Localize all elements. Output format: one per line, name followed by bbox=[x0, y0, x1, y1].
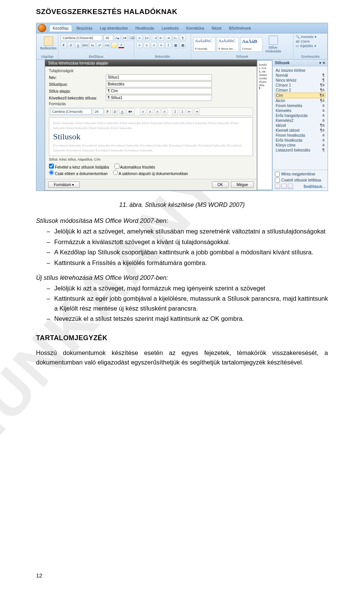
dlg-underline-icon[interactable]: A bbox=[119, 109, 125, 115]
style-list-item[interactable]: Címsor 1¶a bbox=[275, 83, 325, 88]
ribbon-tab-home[interactable]: Kezdőlap bbox=[49, 25, 72, 32]
multilevel-icon[interactable]: ⋮≡ bbox=[151, 35, 157, 41]
borders-icon[interactable]: ▦ bbox=[180, 42, 186, 48]
strike-icon[interactable]: abc bbox=[82, 42, 88, 48]
shading-icon[interactable]: ▦ bbox=[173, 42, 179, 48]
ribbon-tab-insert[interactable]: Beszúrás bbox=[74, 25, 96, 32]
dlg-align-left-icon[interactable]: ≡ bbox=[140, 109, 146, 115]
numbering-icon[interactable]: 1≡ bbox=[144, 35, 150, 41]
shrink-font-icon[interactable]: A▾ bbox=[122, 35, 128, 41]
dlg-cancel-button[interactable]: Mégse bbox=[231, 181, 254, 188]
dlg-bold-icon[interactable]: F bbox=[105, 109, 111, 115]
toc-heading: TARTALOMJEGYZÉK bbox=[36, 333, 328, 344]
manage-styles-icon[interactable] bbox=[288, 184, 293, 189]
dlg-size-select[interactable]: 26 bbox=[93, 109, 104, 115]
ribbon-tab-layout[interactable]: Lap elrendezése bbox=[97, 25, 131, 32]
ribbon-tab-view[interactable]: Nézet bbox=[209, 25, 224, 32]
dlg-format-button[interactable]: Formátum ▾ bbox=[48, 181, 80, 188]
ribbon-tabs: Kezdőlap Beszúrás Lap elrendezése Hivatk… bbox=[36, 23, 328, 33]
style-item-mark: ¶a bbox=[320, 128, 325, 133]
dlg-color-icon[interactable]: ■▾ bbox=[126, 109, 135, 115]
chk-auto-update[interactable]: Automatikus frissítés bbox=[115, 164, 155, 169]
new-style-icon[interactable] bbox=[275, 184, 280, 189]
bullets-icon[interactable]: ≡ bbox=[136, 35, 143, 41]
find-button[interactable]: 🔍 Keresés▾ bbox=[296, 35, 317, 39]
style-list-item[interactable]: Címsor 2¶a bbox=[275, 88, 325, 93]
radio-template[interactable]: A sablonon alapuló új dokumentumokban bbox=[113, 170, 188, 176]
style-list-item[interactable]: Erős hangsúlyozása bbox=[275, 113, 325, 118]
select-button[interactable]: ▭ Kijelölés▾ bbox=[296, 44, 316, 48]
style-list-item[interactable]: Alcím¶a bbox=[275, 98, 325, 103]
style-list-item[interactable]: Nincs térköz¶ bbox=[275, 78, 325, 83]
style-list-item[interactable]: Erős hivatkozása bbox=[275, 138, 325, 143]
style-list-item[interactable]: Kiemelésa bbox=[275, 108, 325, 113]
pilcrow-icon[interactable]: ¶ bbox=[180, 35, 186, 41]
grow-font-icon[interactable]: A▴ bbox=[115, 35, 121, 41]
highlight-icon[interactable] bbox=[111, 42, 117, 48]
dlg-type-select[interactable]: Bekezdés bbox=[106, 81, 212, 87]
style-item-name: Kiemelés2 bbox=[276, 118, 293, 123]
font-family-select[interactable]: Cambria (Címsorok) bbox=[61, 35, 102, 41]
underline-icon[interactable]: A bbox=[75, 42, 81, 48]
style-list-item[interactable]: Cím¶a bbox=[275, 93, 325, 98]
indent-icon[interactable]: ⇥ bbox=[165, 35, 171, 41]
clear-all-link[interactable]: Az összes törlése bbox=[275, 68, 325, 73]
radio-this-doc[interactable]: Csak ebben a dokumentumban bbox=[49, 170, 108, 176]
style-list-item[interactable]: Idézet¶a bbox=[275, 123, 325, 128]
subscript-icon[interactable]: x₂ bbox=[89, 42, 96, 48]
italic-icon[interactable]: D bbox=[68, 42, 74, 48]
paste-button[interactable]: Beillesztés bbox=[39, 36, 58, 51]
chk-show-preview[interactable]: Minta megjelenítése bbox=[275, 172, 325, 177]
dlg-next-select[interactable]: ¶ Stílus1 bbox=[106, 95, 212, 101]
ribbon-tab-references[interactable]: Hivatkozás bbox=[132, 25, 157, 32]
dlg-indent-dec-icon[interactable]: ⇤ bbox=[187, 109, 193, 115]
dlg-align-center-icon[interactable]: ≡ bbox=[147, 109, 153, 115]
style-list-item[interactable]: Normál¶ bbox=[275, 73, 325, 78]
sort-icon[interactable]: A↓ bbox=[173, 35, 179, 41]
office-orb-icon[interactable] bbox=[38, 24, 46, 32]
style-list-item[interactable]: Listaszerű bekezdés¶ bbox=[275, 148, 325, 153]
superscript-icon[interactable]: x² bbox=[97, 42, 103, 48]
align-right-icon[interactable]: ≡ bbox=[151, 42, 157, 48]
font-size-select[interactable]: 26 bbox=[104, 35, 113, 41]
dlg-spacing-dec-icon[interactable]: ‡ bbox=[179, 109, 185, 115]
ribbon-tab-review[interactable]: Korrektúra bbox=[183, 25, 207, 32]
ribbon-tab-addins[interactable]: Bővítmények bbox=[226, 25, 254, 32]
style-list-item[interactable]: Kiemelés2a bbox=[275, 118, 325, 123]
style-list-item[interactable]: Finom hivatkozása bbox=[275, 133, 325, 138]
chk-disable-linked[interactable]: Csatolt stílusok letiltása bbox=[275, 178, 325, 183]
chk-add-list[interactable]: Felvétel a kész stílusok listájába bbox=[49, 164, 109, 169]
settings-link[interactable]: Beállítások... bbox=[304, 185, 325, 189]
dlg-indent-inc-icon[interactable]: ⇥ bbox=[194, 109, 200, 115]
dlg-spacing-inc-icon[interactable]: ‡ bbox=[172, 109, 178, 115]
style-tile-normal[interactable]: AaÁáBbC ¶ Normál bbox=[193, 37, 215, 52]
dlg-italic-icon[interactable]: D bbox=[112, 109, 118, 115]
style-item-name: Címsor 1 bbox=[276, 83, 291, 87]
dlg-base-select[interactable]: ¶ Cím bbox=[106, 88, 212, 94]
replace-button[interactable]: ab Csere bbox=[296, 39, 310, 43]
style-list-item[interactable]: Kiemelt idézet¶a bbox=[275, 128, 325, 133]
justify-icon[interactable]: ≡ bbox=[158, 42, 164, 48]
dlg-name-input[interactable]: Stílus1 bbox=[106, 74, 212, 80]
dlg-font-select[interactable]: Cambria (Címsorok) bbox=[50, 109, 92, 115]
close-icon[interactable]: ▾ ✕ bbox=[319, 61, 325, 65]
bold-icon[interactable]: F bbox=[61, 42, 67, 48]
style-tile-nospacing[interactable]: AaÁáBbC ¶ Nincs tér… bbox=[217, 37, 239, 52]
align-center-icon[interactable]: ≡ bbox=[144, 42, 150, 48]
outdent-icon[interactable]: ⇤ bbox=[158, 35, 164, 41]
new-style-dialog: Stílus létrehozása formázás alapján Tula… bbox=[45, 60, 257, 191]
ribbon-tab-mailings[interactable]: Levelezés bbox=[158, 25, 182, 32]
change-case-icon[interactable]: Aa bbox=[104, 42, 110, 48]
font-color-icon[interactable]: A bbox=[118, 42, 124, 48]
dlg-ok-button[interactable]: OK bbox=[212, 181, 229, 188]
list-item: Kattintsunk az egér jobb gombjával a kij… bbox=[47, 294, 328, 313]
style-list-item[interactable]: Könyv címea bbox=[275, 143, 325, 148]
change-styles-button[interactable]: Stílus- módosítás bbox=[264, 35, 283, 54]
dlg-align-right-icon[interactable]: ≡ bbox=[154, 109, 160, 115]
style-tile-heading[interactable]: AaÁáB Címsor bbox=[240, 37, 262, 52]
align-left-icon[interactable]: ≡ bbox=[136, 42, 143, 48]
style-inspector-icon[interactable] bbox=[281, 184, 287, 189]
style-list-item[interactable]: Finom kiemelésa bbox=[275, 103, 325, 108]
dlg-justify-icon[interactable]: ≡ bbox=[162, 109, 168, 115]
line-spacing-icon[interactable]: ‡ bbox=[165, 42, 171, 48]
